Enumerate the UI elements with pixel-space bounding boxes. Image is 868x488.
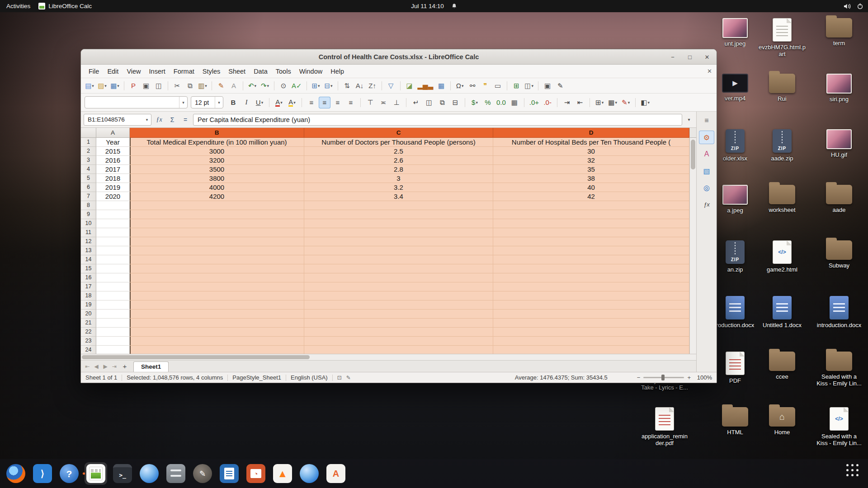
pivot-table-icon[interactable]: ▦ xyxy=(435,80,447,92)
cell-d8[interactable] xyxy=(493,201,689,210)
chevron-down-icon[interactable]: ▾ xyxy=(647,100,650,105)
sort-icon[interactable]: ⇅ xyxy=(341,80,353,92)
row-header-7[interactable]: 7 xyxy=(81,192,96,201)
activities-button[interactable]: Activities xyxy=(6,3,30,9)
menu-window[interactable]: Window xyxy=(295,65,327,78)
dock-libreoffice-writer[interactable] xyxy=(218,462,241,485)
print-preview-icon[interactable]: ◫ xyxy=(153,80,165,92)
vertical-scrollbar[interactable] xyxy=(689,128,696,354)
row-header-16[interactable]: 16 xyxy=(81,273,96,282)
cell-c23[interactable] xyxy=(304,337,493,346)
insert-rows-icon[interactable]: ⊞▾ xyxy=(310,80,322,92)
desktop-icon-term[interactable]: term xyxy=(815,18,863,71)
align-center-icon[interactable]: ≡ xyxy=(319,97,330,108)
autosum-icon[interactable]: Σ xyxy=(167,114,178,125)
align-justify-icon[interactable]: ≡ xyxy=(345,97,357,108)
cell-d12[interactable] xyxy=(493,237,689,246)
cell-d18[interactable] xyxy=(493,291,689,300)
font-size-combo[interactable]: 12 pt ▾ xyxy=(191,96,223,108)
underline-icon[interactable]: U▾ xyxy=(254,97,265,108)
cell-a15[interactable] xyxy=(96,264,130,273)
cell-a19[interactable] xyxy=(96,300,130,310)
merge-cells-icon[interactable]: ⧉ xyxy=(436,97,448,108)
gallery-icon[interactable]: ▧ xyxy=(699,164,714,178)
cell-c9[interactable] xyxy=(304,210,493,219)
zoom-slider-handle[interactable] xyxy=(661,375,665,380)
sort-descending-icon[interactable]: Z↑ xyxy=(367,80,378,92)
cell-c5[interactable]: 3 xyxy=(304,174,493,183)
name-box[interactable]: B1:E1048576 ▾ xyxy=(84,114,151,126)
chevron-down-icon[interactable]: ▾ xyxy=(330,84,333,88)
cell-c24[interactable] xyxy=(304,346,493,354)
undo-icon[interactable]: ↶▾ xyxy=(246,80,258,92)
cell-c10[interactable] xyxy=(304,219,493,228)
row-header-5[interactable]: 5 xyxy=(81,174,96,183)
cell-a13[interactable] xyxy=(96,246,130,255)
menu-styles[interactable]: Styles xyxy=(198,65,225,78)
desktop-icon-evzbhm7g-html-part[interactable]: evzbHM7G.html.part xyxy=(758,18,807,71)
print-icon[interactable]: ▣ xyxy=(140,80,152,92)
cell-b20[interactable] xyxy=(130,310,304,319)
cell-b6[interactable]: 4000 xyxy=(130,183,304,192)
row-header-17[interactable]: 17 xyxy=(81,282,96,291)
cut-icon[interactable]: ✂ xyxy=(171,80,183,92)
find-replace-icon[interactable]: ⊙ xyxy=(278,80,289,92)
cell-c14[interactable] xyxy=(304,255,493,264)
dock-gimp[interactable]: ✎ xyxy=(191,462,214,485)
desktop-icon-sealed-with-a-kiss-emily-lin[interactable]: </>Sealed with a Kiss - Emily Lin... xyxy=(815,407,863,460)
cell-c6[interactable]: 3.2 xyxy=(304,183,493,192)
cell-b5[interactable]: 3800 xyxy=(130,174,304,183)
desktop-icon-older-xlsx[interactable]: ZIPolder.xlsx xyxy=(711,129,760,183)
page-style-status[interactable]: PageStyle_Sheet1 xyxy=(232,374,281,381)
special-character-icon[interactable]: Ω▾ xyxy=(454,80,466,92)
desktop-icon-unt-jpeg[interactable]: unt.jpeg xyxy=(711,18,760,71)
row-header-3[interactable]: 3 xyxy=(81,156,96,165)
row-header-15[interactable]: 15 xyxy=(81,264,96,273)
cell-b9[interactable] xyxy=(130,210,304,219)
copy-icon[interactable]: ⧉ xyxy=(184,80,196,92)
highlight-color-icon[interactable]: A▾ xyxy=(286,97,298,108)
desktop-icon-introduction-docx[interactable]: introduction.docx xyxy=(815,296,863,349)
desktop-icon-untitled-1-docx[interactable]: Untitled 1.docx xyxy=(758,296,807,349)
cell-b13[interactable] xyxy=(130,246,304,255)
chevron-down-icon[interactable]: ▾ xyxy=(462,84,464,88)
cell-a2[interactable]: 2015 xyxy=(96,147,130,156)
cell-d24[interactable] xyxy=(493,346,689,354)
cell-a12[interactable] xyxy=(96,237,130,246)
desktop-icon-sealed-with-a-kiss-emily-lin[interactable]: Sealed with a Kiss - Emily Lin... xyxy=(815,352,863,405)
cell-d10[interactable] xyxy=(493,219,689,228)
desktop-icon-an-zip[interactable]: ZIPan.zip xyxy=(711,240,760,294)
dock-software-store[interactable]: A xyxy=(325,462,347,485)
desktop-icon-aade-zip[interactable]: ZIPaade.zip xyxy=(758,129,807,183)
desktop-icon-pdf[interactable]: PDF xyxy=(711,352,760,405)
cell-b19[interactable] xyxy=(130,300,304,310)
column-header-d[interactable]: D xyxy=(493,128,689,138)
cell-c15[interactable] xyxy=(304,264,493,273)
cell-d20[interactable] xyxy=(493,310,689,319)
row-header-8[interactable]: 8 xyxy=(81,201,96,210)
cell-b10[interactable] xyxy=(130,219,304,228)
font-color-icon[interactable]: A▾ xyxy=(273,97,285,108)
chevron-down-icon[interactable]: ▾ xyxy=(179,97,187,108)
row-header-21[interactable]: 21 xyxy=(81,319,96,328)
sort-ascending-icon[interactable]: A↓ xyxy=(354,80,366,92)
draw-functions-icon[interactable]: ✎ xyxy=(554,80,566,92)
chevron-down-icon[interactable]: ▾ xyxy=(532,84,534,88)
cell-b21[interactable] xyxy=(130,319,304,328)
clone-formatting-icon[interactable]: ✎ xyxy=(215,80,227,92)
row-header-10[interactable]: 10 xyxy=(81,219,96,228)
dock-vlc[interactable]: ▲ xyxy=(271,462,294,485)
dock-libreoffice-impress[interactable]: ◔ xyxy=(245,462,267,485)
close-document-icon[interactable]: ✕ xyxy=(707,68,712,75)
italic-icon[interactable]: I xyxy=(241,97,252,108)
currency-icon[interactable]: $▾ xyxy=(469,97,481,108)
sheet-tab-sheet1[interactable]: Sheet1 xyxy=(133,361,169,372)
row-header-9[interactable]: 9 xyxy=(81,210,96,219)
cell-c11[interactable] xyxy=(304,228,493,237)
cell-d19[interactable] xyxy=(493,300,689,310)
power-icon[interactable] xyxy=(857,3,863,9)
chevron-down-icon[interactable]: ▾ xyxy=(628,100,630,105)
dock-vscode[interactable]: ⟩ xyxy=(31,462,54,485)
cell-d2[interactable]: 30 xyxy=(493,147,689,156)
new-icon[interactable]: ▤▾ xyxy=(84,80,95,92)
